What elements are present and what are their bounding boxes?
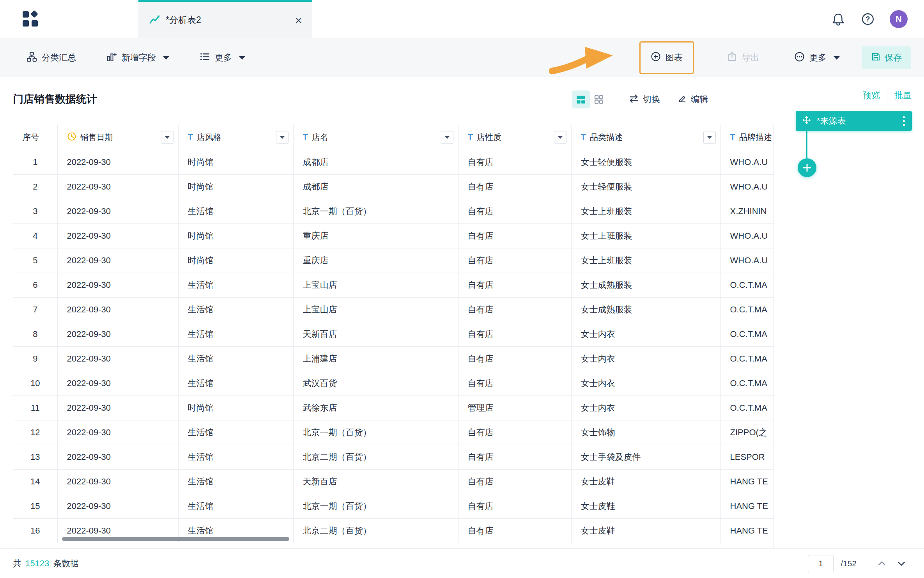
add-field-button[interactable]: 新增字段: [106, 51, 169, 64]
avatar[interactable]: N: [890, 10, 908, 28]
table-cell: 时尚馆: [178, 223, 293, 248]
toolbar: 分类汇总 新增字段 更多: [0, 38, 924, 77]
table-row: 112022-09-30时尚馆武徐东店管理店女士内衣O.C.T.MA: [13, 395, 774, 420]
batch-link[interactable]: 批量: [894, 90, 912, 101]
table-cell: 生活馆: [178, 420, 293, 445]
add-step-button[interactable]: [798, 158, 816, 177]
table-cell: 2022-09-30: [57, 371, 178, 395]
table-cell: 生活馆: [178, 322, 293, 346]
table-row: 72022-09-30生活馆上宝山店自有店女士成熟服装O.C.T.MA: [13, 297, 774, 322]
more-right-label: 更多: [809, 52, 827, 64]
table-cell: 女士内衣: [571, 395, 720, 420]
column-header[interactable]: T店性质: [458, 125, 571, 150]
table-cell: 女士皮鞋: [571, 518, 720, 543]
chart-button-highlight: 图表: [639, 41, 694, 74]
table-cell: 自有店: [458, 371, 571, 395]
horizontal-scrollbar[interactable]: [62, 537, 289, 541]
table-cell: 生活馆: [178, 445, 293, 469]
column-filter-dropdown[interactable]: [161, 131, 173, 144]
view-split-button[interactable]: [572, 90, 590, 108]
apps-grid-icon[interactable]: [22, 11, 39, 28]
column-filter-dropdown[interactable]: [703, 131, 716, 144]
table-cell: 生活馆: [178, 273, 293, 297]
chart-button[interactable]: 图表: [651, 51, 683, 64]
more-right-button[interactable]: 更多: [794, 51, 840, 64]
column-header[interactable]: T品牌描述: [720, 125, 774, 150]
table-row: 122022-09-30生活馆北京一期（百货）自有店女士饰物ZIPPO(之: [13, 420, 774, 445]
add-field-label: 新增字段: [122, 52, 156, 64]
table-cell: 2022-09-30: [57, 273, 178, 297]
view-grid-button[interactable]: [590, 90, 608, 108]
page-total: /152: [841, 559, 857, 568]
column-filter-dropdown[interactable]: [276, 131, 289, 144]
table-cell: 6: [13, 273, 57, 297]
switch-button[interactable]: 切换: [628, 93, 660, 106]
table-cell: 重庆店: [293, 248, 458, 273]
column-header[interactable]: T店风格: [178, 125, 293, 150]
chevron-down-icon: [163, 56, 169, 60]
table-cell: 女士成熟服装: [571, 297, 720, 322]
table-row: 102022-09-30生活馆武汉百货自有店女士内衣O.C.T.MA: [13, 371, 774, 395]
table-cell: 北京一期（百货）: [293, 420, 458, 445]
table-cell: 自有店: [458, 297, 571, 322]
table-cell: 北京一期（百货）: [293, 494, 458, 518]
column-label: 店名: [312, 132, 328, 143]
column-header[interactable]: 销售日期: [57, 125, 178, 150]
table-header-row: 序号销售日期T店风格T店名T店性质T品类描述T品牌描述: [13, 125, 774, 150]
text-field-icon: T: [468, 133, 473, 142]
bell-icon[interactable]: [830, 11, 846, 27]
table-row: 92022-09-30生活馆上浦建店自有店女士内衣O.C.T.MA: [13, 346, 774, 371]
table-cell: 女士上班服装: [571, 199, 720, 223]
page-down-button[interactable]: [892, 555, 911, 572]
tab-analysis-sheet[interactable]: *分析表2 ×: [138, 0, 312, 38]
table-cell: 2022-09-30: [57, 199, 178, 223]
column-filter-dropdown[interactable]: [441, 131, 453, 144]
table-cell: 自有店: [458, 469, 571, 494]
table-cell: WHO.A.U: [720, 223, 774, 248]
table-row: 12022-09-30时尚馆成都店自有店女士轻便服装WHO.A.U: [13, 150, 774, 174]
source-table-node[interactable]: *来源表: [796, 111, 912, 131]
help-icon[interactable]: ?: [860, 11, 876, 27]
move-icon: [802, 115, 811, 126]
table-cell: LESPOR: [720, 445, 774, 469]
total-prefix: 共: [13, 558, 21, 569]
kebab-menu-icon[interactable]: [901, 115, 906, 128]
column-header[interactable]: T品类描述: [571, 125, 720, 150]
page-input[interactable]: [808, 555, 834, 572]
edit-button[interactable]: 编辑: [677, 94, 708, 106]
top-right-actions: ? N: [830, 0, 908, 38]
more-left-button[interactable]: 更多: [200, 51, 245, 64]
table-cell: WHO.A.U: [720, 174, 774, 199]
table-cell: 4: [13, 223, 57, 248]
table-cell: O.C.T.MA: [720, 273, 774, 297]
page-up-button[interactable]: [872, 555, 892, 572]
table-cell: 自有店: [458, 322, 571, 346]
table-cell: 女士手袋及皮件: [571, 445, 720, 469]
table-cell: 9: [13, 346, 57, 371]
table-cell: O.C.T.MA: [720, 395, 774, 420]
save-icon: [871, 52, 881, 64]
table-cell: 16: [13, 518, 57, 543]
group-summary-button[interactable]: 分类汇总: [27, 51, 76, 64]
table-row: 152022-09-30生活馆北京一期（百货）自有店女士皮鞋HANG TE: [13, 494, 774, 518]
table-cell: 生活馆: [178, 199, 293, 223]
close-icon[interactable]: ×: [295, 14, 302, 27]
table-cell: 2022-09-30: [57, 346, 178, 371]
table-cell: 生活馆: [178, 371, 293, 395]
table-cell: 12: [13, 420, 57, 445]
table-cell: 女士皮鞋: [571, 494, 720, 518]
table-cell: O.C.T.MA: [720, 297, 774, 322]
export-label: 导出: [742, 52, 759, 64]
total-count[interactable]: 15123: [25, 558, 49, 569]
table-cell: O.C.T.MA: [720, 346, 774, 371]
export-button[interactable]: 导出: [727, 51, 759, 64]
pencil-icon: [677, 94, 687, 106]
clock-icon: [67, 132, 76, 143]
table-cell: 2022-09-30: [57, 297, 178, 322]
table-cell: 8: [13, 322, 57, 346]
column-filter-dropdown[interactable]: [554, 131, 566, 144]
save-button[interactable]: 保存: [862, 46, 911, 69]
preview-link[interactable]: 预览: [863, 90, 880, 101]
table-cell: 天新百店: [293, 322, 458, 346]
column-header[interactable]: T店名: [293, 125, 458, 150]
